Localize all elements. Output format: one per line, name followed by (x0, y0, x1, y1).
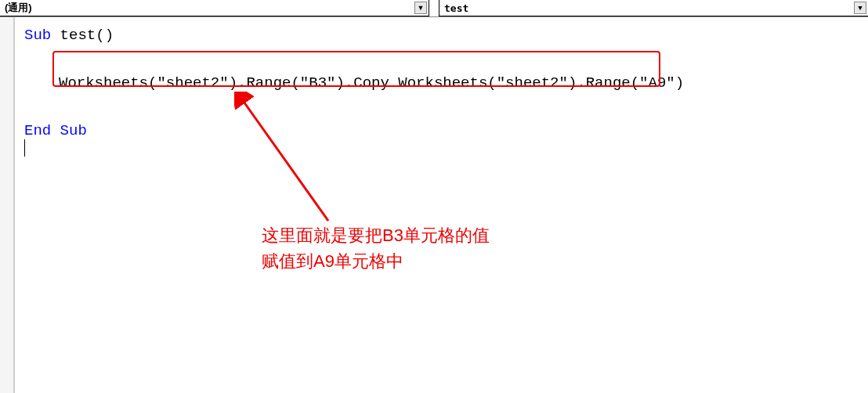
code-line-blank (24, 47, 859, 70)
left-margin (0, 17, 14, 393)
code-line-highlighted: Worksheets("sheet2").Range("B3").Copy Wo… (24, 71, 859, 95)
sub-name: test() (51, 27, 114, 44)
keyword-sub: Sub (24, 27, 51, 44)
object-dropdown[interactable]: (通用) ▼ (0, 0, 429, 16)
text-cursor (24, 139, 25, 157)
annotation-line1: 这里面就是要把B3单元格的值 (262, 222, 490, 248)
annotation-text: 这里面就是要把B3单元格的值 赋值到A9单元格中 (262, 222, 490, 274)
keyword-endsub: End Sub (24, 119, 859, 142)
code-line-1: Sub test() (24, 23, 859, 47)
object-dropdown-label: (通用) (5, 1, 32, 15)
annotation-line2: 赋值到A9单元格中 (262, 248, 490, 274)
chevron-down-icon[interactable]: ▼ (854, 2, 866, 14)
procedure-dropdown[interactable]: test ▼ (439, 0, 868, 16)
code-editor[interactable]: Sub test() Worksheets("sheet2").Range("B… (14, 17, 868, 393)
top-toolbar: (通用) ▼ test ▼ (0, 0, 868, 17)
code-line-blank2 (24, 95, 859, 118)
chevron-down-icon[interactable]: ▼ (414, 2, 427, 14)
procedure-dropdown-label: test (444, 2, 468, 14)
